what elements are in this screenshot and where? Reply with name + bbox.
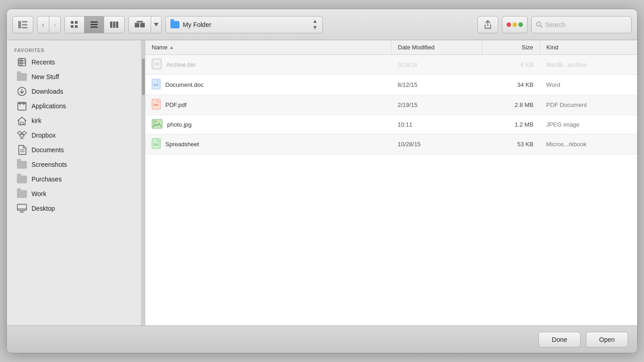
svg-rect-15 bbox=[140, 23, 145, 27]
sidebar-item-label: Screenshots bbox=[32, 161, 67, 168]
sidebar-item-screenshots[interactable]: Screenshots bbox=[10, 157, 138, 172]
sidebar-section-title: Favorites bbox=[7, 45, 141, 55]
svg-rect-49 bbox=[153, 120, 157, 123]
bin-icon: BIN bbox=[152, 59, 162, 71]
table-header-row: Name ▲ Date Modified Size Kind bbox=[145, 40, 637, 55]
list-view-button[interactable] bbox=[84, 16, 104, 33]
file-date: 8/12/15 bbox=[391, 75, 482, 95]
open-button[interactable]: Open bbox=[586, 332, 628, 347]
tag-dot-green bbox=[518, 22, 523, 27]
desktop-icon bbox=[17, 203, 27, 213]
search-box[interactable]: Search bbox=[531, 16, 632, 33]
col-header-size[interactable]: Size bbox=[482, 40, 540, 55]
bottom-bar: Done Open bbox=[7, 325, 637, 353]
apps-icon bbox=[17, 101, 27, 111]
sidebar-item-recents[interactable]: Recents bbox=[10, 55, 138, 69]
table-row[interactable]: PDFPDF.pdf2/19/152.8 MBPDF Document bbox=[145, 95, 637, 115]
sidebar-item-new-stuff[interactable]: New Stuff bbox=[10, 69, 138, 84]
file-kind: JPEG image bbox=[540, 115, 637, 134]
sidebar-item-documents[interactable]: Documents bbox=[10, 143, 138, 157]
view-dropdown-button[interactable] bbox=[151, 16, 161, 33]
finder-window: ‹ › My bbox=[7, 9, 637, 353]
svg-rect-9 bbox=[90, 24, 98, 25]
gallery-view-button[interactable] bbox=[129, 16, 151, 33]
folder-icon bbox=[17, 160, 27, 170]
svg-rect-13 bbox=[116, 21, 118, 28]
sidebar-item-kirk[interactable]: kirk bbox=[10, 113, 138, 128]
svg-point-50 bbox=[158, 121, 160, 122]
sidebar-item-label: Purchases bbox=[32, 176, 62, 183]
svg-text:XLS: XLS bbox=[154, 143, 158, 146]
file-kind: Micros...rkbook bbox=[540, 134, 637, 154]
sidebar-item-work[interactable]: Work bbox=[10, 186, 138, 201]
sidebar-item-purchases[interactable]: Purchases bbox=[10, 172, 138, 186]
sort-arrow-icon: ▲ bbox=[169, 45, 174, 50]
sidebar-item-label: Work bbox=[32, 190, 46, 197]
file-date: 2/19/15 bbox=[391, 95, 482, 115]
sidebar-item-label: Dropbox bbox=[32, 132, 56, 139]
sidebar-item-label: Desktop bbox=[32, 205, 55, 212]
folder-icon bbox=[17, 72, 27, 82]
file-name-cell: photo.jpg bbox=[145, 115, 391, 134]
column-view-button[interactable] bbox=[104, 16, 124, 33]
doc-file-icon: DOC bbox=[152, 79, 161, 91]
col-header-date[interactable]: Date Modified bbox=[391, 40, 482, 55]
svg-rect-8 bbox=[90, 21, 98, 23]
sidebar-item-dropbox[interactable]: Dropbox bbox=[10, 128, 138, 143]
tag-dot-red bbox=[507, 22, 511, 27]
file-name-cell: BINArchive.bin bbox=[145, 55, 391, 75]
content-area: Favorites Recents bbox=[7, 40, 637, 325]
nav-buttons: ‹ › bbox=[37, 16, 61, 33]
folder-icon bbox=[17, 189, 27, 199]
svg-line-19 bbox=[540, 26, 542, 27]
col-header-name[interactable]: Name ▲ bbox=[145, 40, 391, 55]
done-button[interactable]: Done bbox=[538, 332, 580, 347]
folder-path-icon bbox=[170, 21, 179, 28]
svg-rect-12 bbox=[113, 21, 116, 28]
table-row[interactable]: DOCDocument.doc8/12/1534 KBWord bbox=[145, 75, 637, 95]
file-area: Name ▲ Date Modified Size Kind BINArchiv… bbox=[145, 40, 637, 325]
svg-marker-17 bbox=[154, 23, 158, 27]
home-icon bbox=[17, 116, 27, 126]
svg-rect-3 bbox=[22, 27, 27, 28]
folder-path-selector[interactable]: My Folder ▲ ▼ bbox=[165, 16, 322, 33]
svg-rect-5 bbox=[75, 21, 78, 24]
sidebar-scrollbar-thumb[interactable] bbox=[142, 59, 145, 95]
sidebar-item-downloads[interactable]: Downloads bbox=[10, 84, 138, 99]
file-size: 6 KB bbox=[482, 55, 540, 75]
folder-path-name: My Folder bbox=[183, 21, 211, 28]
file-kind: MacBi...archive bbox=[540, 55, 637, 75]
file-name-cell: DOCDocument.doc bbox=[145, 75, 391, 95]
share-button[interactable] bbox=[477, 16, 498, 33]
sidebar-item-applications[interactable]: Applications bbox=[10, 99, 138, 113]
table-row[interactable]: XLSSpreadsheet10/28/1553 KBMicros...rkbo… bbox=[145, 134, 637, 154]
svg-rect-10 bbox=[90, 27, 98, 28]
downloads-icon bbox=[17, 86, 27, 96]
sidebar-item-desktop[interactable]: Desktop bbox=[10, 201, 138, 216]
svg-rect-4 bbox=[71, 21, 74, 24]
sidebar-toggle-button[interactable] bbox=[12, 16, 33, 33]
icon-view-button[interactable] bbox=[65, 16, 84, 33]
sidebar-scrollbar[interactable] bbox=[142, 40, 145, 325]
svg-text:DOC: DOC bbox=[154, 83, 159, 86]
pdf-icon: PDF bbox=[152, 99, 161, 111]
folder-icon bbox=[17, 174, 27, 184]
table-row[interactable]: BINArchive.bin3/18/166 KBMacBi...archive bbox=[145, 55, 637, 75]
file-kind: PDF Document bbox=[540, 95, 637, 115]
file-name-text: Spreadsheet bbox=[165, 141, 199, 148]
col-header-kind[interactable]: Kind bbox=[540, 40, 637, 55]
svg-rect-11 bbox=[110, 21, 112, 28]
sidebar-item-label: kirk bbox=[32, 117, 42, 124]
documents-icon bbox=[17, 145, 27, 155]
svg-rect-6 bbox=[71, 25, 74, 28]
back-button[interactable]: ‹ bbox=[37, 16, 49, 33]
recents-icon bbox=[17, 57, 27, 67]
tag-button[interactable] bbox=[502, 16, 528, 33]
view-mode-buttons bbox=[64, 16, 125, 33]
search-placeholder: Search bbox=[545, 21, 565, 28]
file-size: 1.2 MB bbox=[482, 115, 540, 134]
svg-text:PDF: PDF bbox=[154, 103, 159, 106]
table-row[interactable]: photo.jpg10:111.2 MBJPEG image bbox=[145, 115, 637, 134]
file-date: 10:11 bbox=[391, 115, 482, 134]
forward-button[interactable]: › bbox=[49, 16, 61, 33]
